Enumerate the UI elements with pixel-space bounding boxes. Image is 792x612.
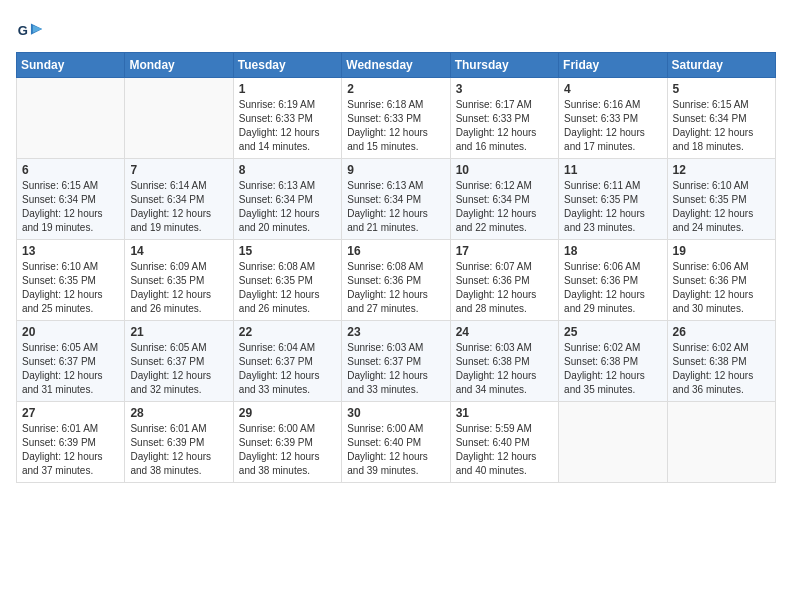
sunrise-label: Sunrise: 6:03 AM: [456, 342, 532, 353]
calendar-cell: [667, 402, 775, 483]
day-number: 17: [456, 244, 553, 258]
sunset-label: Sunset: 6:38 PM: [673, 356, 747, 367]
calendar-cell: 19Sunrise: 6:06 AMSunset: 6:36 PMDayligh…: [667, 240, 775, 321]
sunrise-label: Sunrise: 6:10 AM: [22, 261, 98, 272]
calendar-cell: 23Sunrise: 6:03 AMSunset: 6:37 PMDayligh…: [342, 321, 450, 402]
day-info: Sunrise: 6:14 AMSunset: 6:34 PMDaylight:…: [130, 179, 227, 235]
calendar-cell: 31Sunrise: 5:59 AMSunset: 6:40 PMDayligh…: [450, 402, 558, 483]
calendar-week-row: 20Sunrise: 6:05 AMSunset: 6:37 PMDayligh…: [17, 321, 776, 402]
day-info: Sunrise: 6:00 AMSunset: 6:40 PMDaylight:…: [347, 422, 444, 478]
svg-marker-2: [33, 25, 42, 32]
calendar-cell: 2Sunrise: 6:18 AMSunset: 6:33 PMDaylight…: [342, 78, 450, 159]
day-number: 28: [130, 406, 227, 420]
day-number: 16: [347, 244, 444, 258]
sunrise-label: Sunrise: 6:13 AM: [239, 180, 315, 191]
daylight-label: Daylight: 12 hours and 26 minutes.: [239, 289, 320, 314]
day-number: 22: [239, 325, 336, 339]
calendar-cell: 24Sunrise: 6:03 AMSunset: 6:38 PMDayligh…: [450, 321, 558, 402]
daylight-label: Daylight: 12 hours and 19 minutes.: [130, 208, 211, 233]
calendar-cell: 5Sunrise: 6:15 AMSunset: 6:34 PMDaylight…: [667, 78, 775, 159]
day-number: 30: [347, 406, 444, 420]
day-number: 25: [564, 325, 661, 339]
day-info: Sunrise: 6:13 AMSunset: 6:34 PMDaylight:…: [239, 179, 336, 235]
logo: G: [16, 16, 46, 44]
sunrise-label: Sunrise: 6:06 AM: [673, 261, 749, 272]
day-info: Sunrise: 6:01 AMSunset: 6:39 PMDaylight:…: [130, 422, 227, 478]
calendar-cell: 15Sunrise: 6:08 AMSunset: 6:35 PMDayligh…: [233, 240, 341, 321]
sunset-label: Sunset: 6:36 PM: [564, 275, 638, 286]
sunset-label: Sunset: 6:38 PM: [564, 356, 638, 367]
sunset-label: Sunset: 6:36 PM: [673, 275, 747, 286]
day-info: Sunrise: 6:17 AMSunset: 6:33 PMDaylight:…: [456, 98, 553, 154]
day-info: Sunrise: 6:06 AMSunset: 6:36 PMDaylight:…: [673, 260, 770, 316]
calendar-cell: 11Sunrise: 6:11 AMSunset: 6:35 PMDayligh…: [559, 159, 667, 240]
logo-icon: G: [16, 16, 44, 44]
day-info: Sunrise: 6:18 AMSunset: 6:33 PMDaylight:…: [347, 98, 444, 154]
day-number: 20: [22, 325, 119, 339]
sunrise-label: Sunrise: 6:16 AM: [564, 99, 640, 110]
weekday-header: Saturday: [667, 53, 775, 78]
sunrise-label: Sunrise: 6:08 AM: [239, 261, 315, 272]
sunset-label: Sunset: 6:38 PM: [456, 356, 530, 367]
calendar-week-row: 6Sunrise: 6:15 AMSunset: 6:34 PMDaylight…: [17, 159, 776, 240]
daylight-label: Daylight: 12 hours and 33 minutes.: [347, 370, 428, 395]
day-number: 4: [564, 82, 661, 96]
sunset-label: Sunset: 6:34 PM: [239, 194, 313, 205]
calendar-cell: 25Sunrise: 6:02 AMSunset: 6:38 PMDayligh…: [559, 321, 667, 402]
day-number: 3: [456, 82, 553, 96]
calendar-cell: 1Sunrise: 6:19 AMSunset: 6:33 PMDaylight…: [233, 78, 341, 159]
sunrise-label: Sunrise: 6:01 AM: [22, 423, 98, 434]
daylight-label: Daylight: 12 hours and 20 minutes.: [239, 208, 320, 233]
daylight-label: Daylight: 12 hours and 23 minutes.: [564, 208, 645, 233]
sunrise-label: Sunrise: 6:09 AM: [130, 261, 206, 272]
sunset-label: Sunset: 6:34 PM: [130, 194, 204, 205]
sunset-label: Sunset: 6:36 PM: [456, 275, 530, 286]
daylight-label: Daylight: 12 hours and 17 minutes.: [564, 127, 645, 152]
day-info: Sunrise: 6:10 AMSunset: 6:35 PMDaylight:…: [673, 179, 770, 235]
daylight-label: Daylight: 12 hours and 31 minutes.: [22, 370, 103, 395]
day-info: Sunrise: 6:11 AMSunset: 6:35 PMDaylight:…: [564, 179, 661, 235]
daylight-label: Daylight: 12 hours and 18 minutes.: [673, 127, 754, 152]
daylight-label: Daylight: 12 hours and 27 minutes.: [347, 289, 428, 314]
sunset-label: Sunset: 6:36 PM: [347, 275, 421, 286]
sunset-label: Sunset: 6:40 PM: [456, 437, 530, 448]
day-info: Sunrise: 6:03 AMSunset: 6:38 PMDaylight:…: [456, 341, 553, 397]
calendar-cell: 21Sunrise: 6:05 AMSunset: 6:37 PMDayligh…: [125, 321, 233, 402]
day-number: 18: [564, 244, 661, 258]
daylight-label: Daylight: 12 hours and 37 minutes.: [22, 451, 103, 476]
sunrise-label: Sunrise: 6:18 AM: [347, 99, 423, 110]
day-info: Sunrise: 6:19 AMSunset: 6:33 PMDaylight:…: [239, 98, 336, 154]
sunset-label: Sunset: 6:34 PM: [22, 194, 96, 205]
day-info: Sunrise: 6:15 AMSunset: 6:34 PMDaylight:…: [673, 98, 770, 154]
day-number: 14: [130, 244, 227, 258]
sunset-label: Sunset: 6:34 PM: [347, 194, 421, 205]
calendar-cell: 22Sunrise: 6:04 AMSunset: 6:37 PMDayligh…: [233, 321, 341, 402]
calendar-cell: 18Sunrise: 6:06 AMSunset: 6:36 PMDayligh…: [559, 240, 667, 321]
day-info: Sunrise: 6:16 AMSunset: 6:33 PMDaylight:…: [564, 98, 661, 154]
calendar-cell: [559, 402, 667, 483]
daylight-label: Daylight: 12 hours and 21 minutes.: [347, 208, 428, 233]
sunrise-label: Sunrise: 6:02 AM: [673, 342, 749, 353]
sunset-label: Sunset: 6:37 PM: [239, 356, 313, 367]
daylight-label: Daylight: 12 hours and 16 minutes.: [456, 127, 537, 152]
daylight-label: Daylight: 12 hours and 28 minutes.: [456, 289, 537, 314]
day-info: Sunrise: 6:01 AMSunset: 6:39 PMDaylight:…: [22, 422, 119, 478]
sunrise-label: Sunrise: 6:08 AM: [347, 261, 423, 272]
sunset-label: Sunset: 6:37 PM: [22, 356, 96, 367]
day-number: 1: [239, 82, 336, 96]
sunrise-label: Sunrise: 6:06 AM: [564, 261, 640, 272]
daylight-label: Daylight: 12 hours and 26 minutes.: [130, 289, 211, 314]
day-info: Sunrise: 6:06 AMSunset: 6:36 PMDaylight:…: [564, 260, 661, 316]
sunset-label: Sunset: 6:35 PM: [239, 275, 313, 286]
calendar-week-row: 27Sunrise: 6:01 AMSunset: 6:39 PMDayligh…: [17, 402, 776, 483]
sunset-label: Sunset: 6:33 PM: [564, 113, 638, 124]
daylight-label: Daylight: 12 hours and 29 minutes.: [564, 289, 645, 314]
day-info: Sunrise: 6:15 AMSunset: 6:34 PMDaylight:…: [22, 179, 119, 235]
calendar-cell: 20Sunrise: 6:05 AMSunset: 6:37 PMDayligh…: [17, 321, 125, 402]
weekday-header: Monday: [125, 53, 233, 78]
daylight-label: Daylight: 12 hours and 32 minutes.: [130, 370, 211, 395]
day-info: Sunrise: 6:04 AMSunset: 6:37 PMDaylight:…: [239, 341, 336, 397]
sunrise-label: Sunrise: 6:14 AM: [130, 180, 206, 191]
sunrise-label: Sunrise: 6:12 AM: [456, 180, 532, 191]
day-number: 23: [347, 325, 444, 339]
